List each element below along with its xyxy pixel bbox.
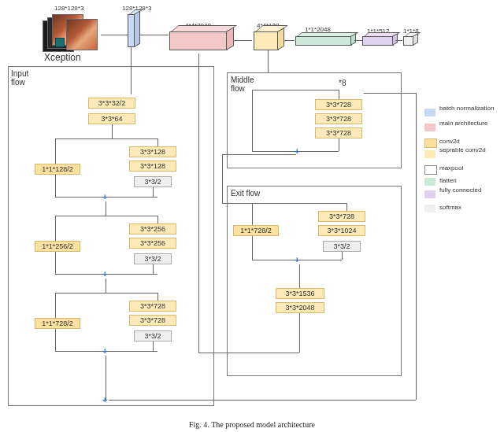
arrow (55, 293, 158, 294)
legend-swatch-flatten (424, 178, 435, 186)
sep-3x3x256a: 3*3*256 (129, 223, 176, 234)
legend-sep: seprable conv2d (439, 146, 495, 153)
exit-flow-title: Exit flow (231, 189, 262, 198)
arrow (299, 313, 300, 353)
exit-sep1: 3*3*728 (318, 211, 365, 222)
conv-3x3x32: 3*3*32/2 (88, 98, 135, 109)
arrow (222, 154, 223, 203)
legend-flatten: flatten (439, 177, 457, 184)
plus-icon: + (295, 255, 299, 264)
legend-main: main architecture (439, 120, 495, 127)
arrow (252, 90, 339, 90)
figure-caption: Fig. 4. The proposed model architecture (0, 420, 504, 429)
exit-sep4: 3*3*2048 (276, 302, 324, 313)
legend-fc: fully connected (439, 186, 495, 194)
arrow (198, 353, 299, 353)
mid-sep1: 3*3*728 (315, 99, 362, 110)
legend-swatch-softmax (424, 205, 435, 212)
arrow (55, 216, 158, 216)
arrow (342, 252, 343, 260)
arrow (284, 40, 295, 41)
arrow (153, 342, 154, 351)
exit-sep2: 3*3*1024 (318, 225, 365, 236)
legend-swatch-bn (424, 109, 435, 116)
arrow (252, 203, 346, 204)
sep-3x3x256b: 3*3*256 (129, 238, 176, 249)
legend-swatch-main (424, 124, 435, 131)
arrow (55, 175, 56, 197)
middle-flow-repeat: *8 (339, 79, 346, 87)
arrow (106, 356, 106, 400)
sep-3x3x728b: 3*3*728 (129, 315, 176, 326)
arrow (106, 279, 106, 293)
skip-1x1x128: 1*1*128/2 (35, 164, 80, 175)
plus-icon: + (102, 269, 107, 279)
arrow (140, 35, 169, 35)
maxpool-b1: 3*3/2 (134, 176, 172, 187)
arrow (106, 201, 106, 216)
arrow (339, 138, 339, 151)
arrow (153, 264, 154, 274)
arrow (158, 138, 158, 146)
input-flow-title: Input flow (11, 69, 43, 87)
arrow (233, 40, 252, 41)
arrow (55, 329, 56, 351)
arrow (364, 93, 416, 94)
exit-maxpool: 3*3/2 (323, 241, 361, 252)
arrow (252, 90, 253, 151)
arrow (109, 400, 416, 401)
legend-swatch-fc (424, 190, 435, 198)
sep-3x3x728a: 3*3*728 (129, 301, 176, 312)
arrow (416, 93, 417, 400)
plus-icon: + (102, 395, 107, 404)
maxpool-b3: 3*3/2 (134, 330, 172, 342)
arrow (158, 293, 158, 301)
legend-swatch-maxpool (424, 165, 437, 175)
legend-conv2d: conv2d (439, 138, 460, 145)
legend-swatch-conv2d (424, 138, 437, 148)
arrow (112, 124, 113, 138)
arrow (252, 236, 253, 260)
sep-3x3x128a: 3*3*128 (129, 146, 176, 157)
legend-swatch-sep (424, 150, 435, 158)
mid-sep3: 3*3*728 (315, 127, 362, 138)
arrow (299, 264, 300, 288)
arrow (395, 40, 402, 41)
arrow (55, 138, 158, 139)
mid-sep2: 3*3*728 (315, 113, 362, 124)
arrow (131, 47, 132, 94)
maxpool-b2: 3*3/2 (134, 253, 172, 264)
arrow (346, 203, 347, 211)
arrow (354, 40, 362, 41)
legend-maxpool: maxpool (439, 164, 463, 172)
arrow (222, 203, 252, 204)
exit-sep3: 3*3*1536 (276, 288, 324, 299)
legend-bn: batch normalization (439, 105, 495, 112)
conv-3x3x64: 3*3*64 (88, 113, 135, 124)
sep-3x3x128b: 3*3*128 (129, 161, 176, 172)
legend-softmax: softmax (439, 204, 461, 211)
plus-icon: + (102, 346, 107, 356)
arrow (339, 90, 339, 99)
arrow (158, 216, 158, 223)
label-dim-input: 128*128*3 (54, 5, 83, 12)
arrow (55, 252, 56, 274)
arrow (101, 35, 128, 35)
skip-1x1x728: 1*1*728/2 (35, 318, 80, 329)
plus-icon: + (102, 192, 107, 201)
xception-title: Xception (44, 52, 81, 63)
arrow (222, 154, 296, 155)
arrow (198, 54, 199, 353)
arrow (268, 50, 269, 72)
arrow (153, 187, 154, 197)
exit-flow-panel (227, 186, 402, 376)
exit-skip: 1*1*728/2 (233, 225, 279, 236)
skip-1x1x256: 1*1*256/2 (35, 241, 80, 252)
